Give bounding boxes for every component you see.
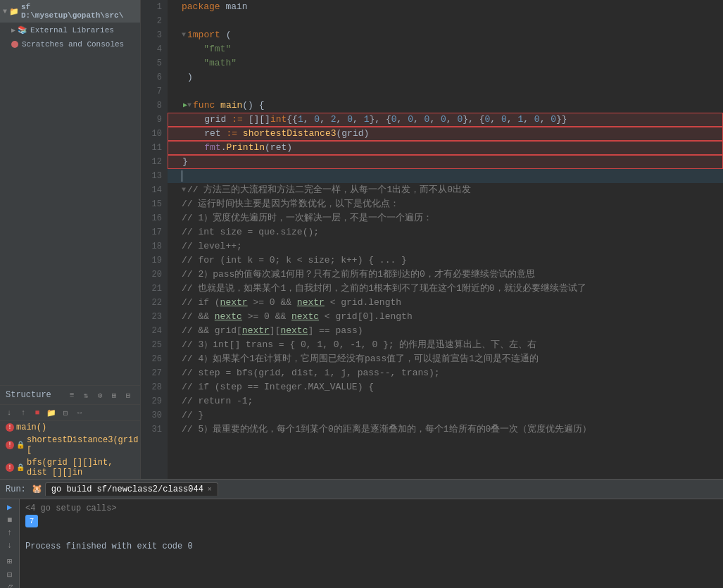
code-text-8: func main() { — [193, 99, 264, 113]
code-line-27: // step = bfs(grid, dist, i, j, pass--, … — [168, 366, 723, 380]
code-scroll[interactable]: 1 2 3 4 5 6 7 8 9 10 11 12 13 14 15 16 1… — [141, 0, 723, 479]
ln-19: 19 — [141, 254, 168, 268]
ln-29: 29 — [141, 394, 168, 408]
code-text-14: // 方法三的大流程和方法二完全一样，从每一个1出发，而不从0出发 — [187, 183, 471, 197]
go-tab-icon: 🐹 — [32, 484, 42, 494]
output-line-exit: Process finished with exit code 0 — [25, 540, 717, 553]
fold-icon-14[interactable]: ▼ — [182, 183, 186, 197]
code-text-24: // && grid[nextr][nextc] == pass) — [182, 324, 363, 338]
code-text-22: // if (nextr >= 0 && nextr < grid.length — [182, 296, 401, 310]
stop-btn[interactable]: ■ — [2, 515, 18, 525]
structure-item-main[interactable]: ! main() — [0, 421, 140, 434]
structure-list-btn[interactable]: ≡ — [65, 389, 78, 401]
structure-items: ! main() ! 🔒 shortestDistance3(grid [ ! … — [0, 421, 140, 479]
code-line-2 — [168, 14, 723, 28]
ln-18: 18 — [141, 239, 168, 254]
structure-tools: ≡ ⇅ ⚙ ⊞ ⊟ — [65, 389, 134, 401]
bottom-tabs: Run: 🐹 go build sf/newclass2/class044 × — [0, 480, 723, 499]
code-line-23: // && nextc >= 0 && nextc < grid[0].leng… — [168, 310, 723, 324]
code-text-1: package main — [182, 0, 248, 14]
ln-3: 3 — [141, 28, 168, 42]
folder-icon: 📁 — [9, 7, 19, 16]
scroll-down-btn[interactable]: ↓ — [2, 541, 18, 551]
structure-title: Structure — [6, 390, 51, 400]
code-line-8: ▶ ▼ func main() { — [168, 99, 723, 113]
sidebar-item-sf[interactable]: ▼ 📁 sf D:\mysetup\gopath\src\ — [0, 0, 140, 23]
struct-folder-btn[interactable]: 📁 — [45, 406, 58, 419]
structure-collapse-all-btn[interactable]: ⊟ — [122, 389, 134, 401]
print-btn[interactable]: 🖨 — [2, 583, 18, 588]
struct-arrow-btn[interactable]: ↔ — [73, 406, 86, 419]
code-content-area[interactable]: package main ▼ import ( "fmt" — [168, 0, 723, 479]
file-tree: ▼ 📁 sf D:\mysetup\gopath\src\ ▶ 📚 Extern… — [0, 0, 140, 385]
ln-24: 24 — [141, 324, 168, 338]
ln-8: 8 — [141, 99, 168, 113]
sidebar-item-scratches[interactable]: Scratches and Consoles — [0, 37, 140, 51]
fold-icon-3[interactable]: ▼ — [182, 28, 186, 42]
ln-6: 6 — [141, 70, 168, 85]
code-line-13[interactable] — [168, 169, 723, 183]
ln-14: 14 — [141, 183, 168, 197]
code-text-19: // for (int k = 0; k < size; k++) { ... … — [182, 254, 407, 268]
struct-up-btn[interactable]: ↑ — [17, 406, 30, 419]
structure-gear-btn[interactable]: ⚙ — [94, 389, 106, 401]
align-btn[interactable]: ⊟ — [2, 570, 18, 580]
struct-red-btn[interactable]: ■ — [31, 406, 44, 419]
bottom-content: ▶ ■ ↑ ↓ ⊞ ⊟ 🖨 <4 go setup calls> 7 Proce… — [0, 499, 723, 588]
scratches-label: Scratches and Consoles — [22, 40, 124, 49]
folder-label: sf D:\mysetup\gopath\src\ — [21, 3, 134, 20]
bfs-fn-label: bfs(grid [][]int, dist [][]in — [27, 458, 134, 477]
code-line-20: // 2）pass的值每次减1何用？只有之前所有的1都到达的0，才有必要继续尝试… — [168, 268, 723, 282]
left-column: ▼ 📁 sf D:\mysetup\gopath\src\ ▶ 📚 Extern… — [0, 0, 141, 479]
ln-4: 4 — [141, 42, 168, 56]
ln-12: 12 — [141, 155, 168, 169]
code-line-16: // 1）宽度优先遍历时，一次解决一层，不是一个一个遍历： — [168, 211, 723, 225]
code-text-27: // step = bfs(grid, dist, i, j, pass--, … — [182, 366, 440, 380]
code-line-15: // 运行时间快主要是因为常数优化，以下是优化点： — [168, 197, 723, 211]
struct-down-btn[interactable]: ↓ — [3, 406, 15, 419]
code-text-30: // } — [182, 408, 203, 423]
ln-25: 25 — [141, 338, 168, 352]
grid-btn[interactable]: ⊞ — [2, 556, 18, 567]
ln-9: 9 — [141, 113, 168, 127]
ln-15: 15 — [141, 197, 168, 211]
main-fn-label: main() — [16, 423, 46, 432]
tab-close-btn[interactable]: × — [208, 486, 212, 494]
code-text-6: ) — [187, 70, 193, 85]
ext-arrow: ▶ — [11, 26, 15, 35]
ln-10: 10 — [141, 127, 168, 141]
code-line-31: // 5）最重要的优化，每个1到某个0的距离是逐渐叠加的，每个1给所有的0叠一次… — [168, 423, 723, 437]
scratches-dot-icon — [11, 41, 18, 48]
fold-icon-8[interactable]: ▼ — [187, 99, 191, 113]
output-line-1: <4 go setup calls> — [25, 502, 717, 515]
code-line-17: // int size = que.size(); — [168, 225, 723, 239]
setup-calls-text: <4 go setup calls> — [25, 502, 117, 515]
code-line-21: // 也就是说，如果某个1，自我封闭，之前的1根本到不了现在这个1附近的0，就没… — [168, 282, 723, 296]
code-text-3: import ( — [187, 28, 231, 42]
code-text-23: // && nextc >= 0 && nextc < grid[0].leng… — [182, 310, 413, 324]
code-line-14: ▼ // 方法三的大流程和方法二完全一样，从每一个1出发，而不从0出发 — [168, 183, 723, 197]
struct-filter-btn[interactable]: ⊟ — [59, 406, 72, 419]
code-text-20: // 2）pass的值每次减1何用？只有之前所有的1都到达的0，才有必要继续尝试… — [182, 268, 535, 282]
code-line-12: } — [168, 155, 723, 169]
ln-22: 22 — [141, 296, 168, 310]
sidebar-item-external-libs[interactable]: ▶ 📚 External Libraries — [0, 23, 140, 37]
structure-item-bfs[interactable]: ! 🔒 bfs(grid [][]int, dist [][]in — [0, 456, 140, 479]
code-text-11: fmt.Println(ret) — [182, 141, 292, 155]
structure-expand-all-btn[interactable]: ⊞ — [108, 389, 120, 401]
bottom-tab-main[interactable]: go build sf/newclass2/class044 × — [45, 482, 218, 496]
fold-icon-6[interactable]: ▼ — [182, 70, 186, 85]
scroll-up-btn[interactable]: ↑ — [2, 528, 18, 538]
play-btn[interactable]: ▶ — [2, 502, 18, 513]
error-icon-bfs: ! — [6, 463, 14, 472]
shortest-fn-label: shortestDistance3(grid [ — [27, 435, 138, 455]
code-line-5: "math" — [168, 56, 723, 70]
code-text-4: "fmt" — [182, 42, 231, 56]
collapse-arrow: ▼ — [3, 8, 7, 15]
structure-item-shortest[interactable]: ! 🔒 shortestDistance3(grid [ — [0, 434, 140, 456]
structure-sort-btn[interactable]: ⇅ — [80, 389, 92, 401]
output-line-empty — [25, 527, 717, 540]
bottom-output: <4 go setup calls> 7 Process finished wi… — [20, 499, 723, 588]
code-text-12: } — [182, 155, 188, 169]
ln-28: 28 — [141, 380, 168, 394]
